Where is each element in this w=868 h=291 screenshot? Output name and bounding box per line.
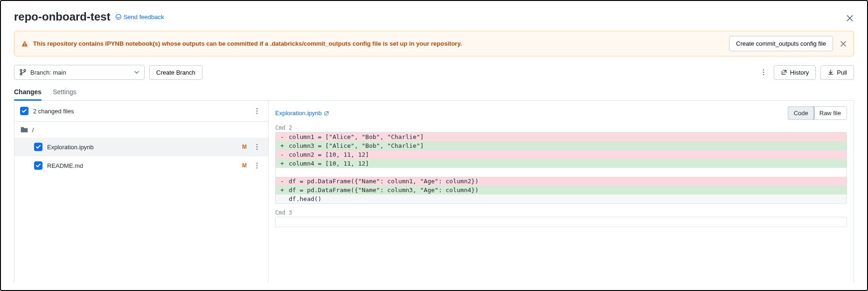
svg-point-3 (20, 69, 22, 71)
changed-files-kebab[interactable] (251, 105, 263, 117)
history-label: History (790, 69, 809, 76)
send-feedback-label: Send feedback (124, 14, 164, 21)
diff-block: -column1 = ["Alice", "Bob", "Charlie"]+c… (275, 132, 847, 204)
feedback-icon (115, 14, 122, 20)
svg-point-0 (116, 14, 121, 20)
create-config-button[interactable]: Create commit_outputs config file (729, 36, 833, 51)
tab-settings[interactable]: Settings (53, 85, 76, 100)
file-kebab[interactable] (251, 141, 263, 152)
cmd-label: Cmd 3 (275, 209, 847, 216)
diff-block-empty (275, 217, 847, 227)
branch-icon (19, 69, 27, 76)
diff-line: -column1 = ["Alice", "Bob", "Charlie"] (276, 132, 847, 141)
create-branch-button[interactable]: Create Branch (149, 65, 202, 80)
pull-label: Pull (837, 69, 847, 76)
folder-icon (20, 125, 28, 134)
svg-point-4 (20, 73, 22, 75)
select-all-checkbox[interactable] (20, 107, 28, 115)
file-name-label: Exploration.ipynb (47, 144, 237, 151)
svg-rect-1 (24, 42, 25, 44)
svg-point-5 (24, 69, 26, 71)
diff-line: -column2 = [10, 11, 12] (276, 150, 847, 159)
warning-banner: This repository contains IPYNB notebook(… (14, 31, 854, 56)
branch-prefix-label: Branch: (30, 69, 51, 76)
svg-point-17 (257, 167, 258, 169)
open-file-label: Exploration.ipynb (275, 110, 322, 117)
close-dialog-icon[interactable] (846, 14, 854, 22)
file-checkbox[interactable] (34, 161, 42, 170)
file-kebab[interactable] (251, 160, 263, 171)
pull-button[interactable]: Pull (820, 65, 854, 80)
svg-point-16 (257, 165, 258, 166)
history-button[interactable]: History (774, 65, 816, 80)
svg-point-12 (257, 144, 258, 146)
changed-files-label: 2 changed files (33, 108, 247, 115)
folder-root-label: / (32, 126, 34, 133)
diff-line: +column4 = [10, 11, 12] (276, 159, 847, 168)
svg-point-13 (257, 146, 258, 148)
diff-line: +column3 = ["Alice", "Bob", "Charlie"] (276, 141, 847, 150)
external-link-icon (781, 69, 787, 76)
warning-icon (21, 40, 28, 48)
branch-name-label: main (53, 69, 66, 76)
branch-selector[interactable]: Branch: main (14, 65, 145, 80)
toggle-code[interactable]: Code (788, 106, 814, 120)
svg-point-14 (257, 149, 258, 150)
svg-point-7 (763, 72, 764, 73)
diff-line: df.head() (276, 194, 847, 203)
file-status: M (242, 144, 247, 150)
cmd-label: Cmd 2 (275, 125, 847, 131)
svg-point-15 (257, 163, 258, 164)
toolbar-kebab-menu[interactable] (758, 67, 769, 78)
svg-rect-2 (24, 45, 25, 45)
diff-line: +df = pd.DataFrame({"Name": column3, "Ag… (276, 186, 847, 194)
svg-point-6 (763, 69, 764, 71)
file-row[interactable]: README.md M (14, 156, 268, 175)
svg-point-11 (257, 113, 258, 114)
file-checkbox[interactable] (34, 143, 42, 151)
toggle-raw[interactable]: Raw file (814, 107, 847, 119)
folder-root[interactable]: / (14, 122, 268, 138)
svg-point-8 (763, 74, 764, 76)
diff-line: -df = pd.DataFrame({"Name": column1, "Ag… (276, 177, 847, 186)
banner-text: This repository contains IPYNB notebook(… (33, 40, 462, 47)
external-link-icon (324, 111, 329, 116)
file-status: M (242, 162, 247, 169)
pull-icon (827, 69, 834, 76)
open-file-link[interactable]: Exploration.ipynb (275, 110, 329, 117)
repo-title: repo-onboard-test (14, 10, 111, 23)
chevron-down-icon (134, 69, 139, 75)
diff-line (276, 168, 847, 177)
file-row[interactable]: Exploration.ipynb M (14, 138, 268, 156)
send-feedback-link[interactable]: Send feedback (115, 14, 164, 21)
svg-point-9 (257, 108, 258, 110)
tab-changes[interactable]: Changes (14, 85, 42, 100)
svg-point-10 (257, 111, 258, 112)
file-name-label: README.md (47, 162, 237, 169)
banner-close-icon[interactable] (840, 40, 847, 48)
view-toggle: Code Raw file (788, 106, 847, 120)
